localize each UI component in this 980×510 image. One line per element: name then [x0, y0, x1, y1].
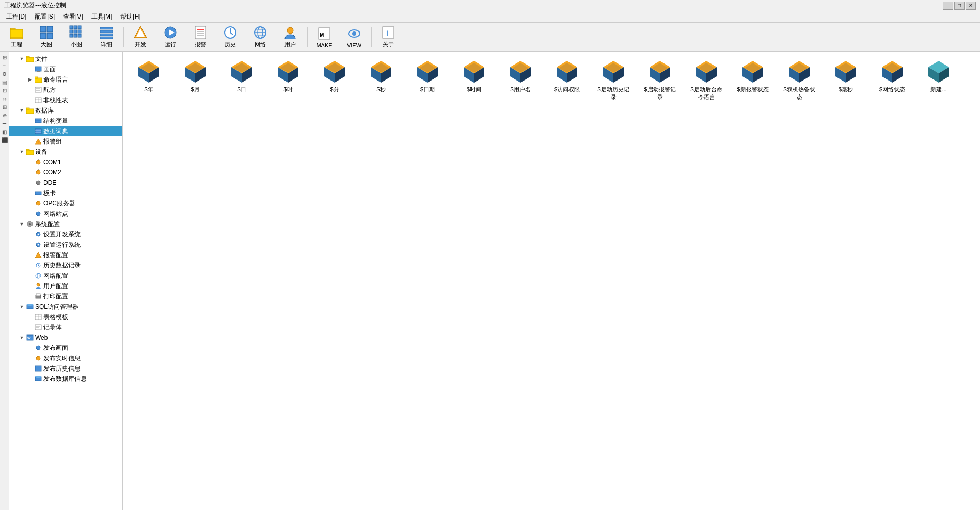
- tree-item-usercfg[interactable]: 用户配置: [9, 281, 122, 291]
- tree-item-com1[interactable]: COM1: [9, 157, 122, 167]
- tree-item-sqlmgr[interactable]: ▼ SQL访问管理器: [9, 301, 122, 312]
- tree-item-card[interactable]: 板卡: [9, 188, 122, 198]
- grid-label-second: $秒: [376, 86, 385, 93]
- tree-item-pubhistory[interactable]: 发布历史信息: [9, 363, 122, 374]
- tree-item-pubrealtime[interactable]: 发布实时信息: [9, 353, 122, 363]
- menu-tools[interactable]: 工具[M]: [87, 11, 117, 22]
- tree-item-alarmgrp[interactable]: ! 报警组: [9, 136, 122, 147]
- svg-point-82: [37, 273, 39, 278]
- sidebar-icon-7[interactable]: ⊞: [1, 103, 8, 110]
- sidebar-icon-2[interactable]: ≡: [1, 62, 8, 69]
- tree-item-com2[interactable]: COM2: [9, 167, 122, 178]
- tree-item-sysconfig[interactable]: ▼ 系统配置: [9, 219, 122, 229]
- tree-item-web[interactable]: ▼ W Web: [9, 332, 122, 343]
- grid-item-millisec[interactable]: $毫秒: [825, 57, 866, 103]
- sidebar-icon-10[interactable]: ◧: [1, 128, 8, 135]
- tree-item-record[interactable]: 记录体: [9, 322, 122, 332]
- toolbar-network[interactable]: 网络: [246, 24, 275, 50]
- sidebar-icon-6[interactable]: ≋: [1, 95, 8, 102]
- tree-label-web: Web: [35, 334, 48, 341]
- sidebar-icon-8[interactable]: ⊕: [1, 111, 8, 119]
- opc-icon: [34, 199, 42, 208]
- grid-item-access[interactable]: $访问权限: [546, 57, 588, 103]
- grid-item-username[interactable]: $用户名: [500, 57, 541, 103]
- toolbar-make[interactable]: M MAKE: [310, 24, 339, 50]
- tree-item-tabletempl[interactable]: 表格模板: [9, 312, 122, 322]
- menu-view[interactable]: 查看[V]: [59, 11, 87, 22]
- tree-label-recipe: 配方: [43, 86, 56, 94]
- tree-item-dde[interactable]: DDE: [9, 178, 122, 188]
- minimize-button[interactable]: —: [943, 2, 953, 10]
- grid-item-histlog[interactable]: $启动历史记录: [593, 57, 634, 103]
- tree-item-root[interactable]: ▼ 文件: [9, 54, 122, 64]
- grid-item-second[interactable]: $秒: [360, 57, 402, 103]
- grid-item-date[interactable]: $日期: [407, 57, 448, 103]
- toolbar-make-label: MAKE: [316, 42, 332, 49]
- tree-item-pubscreen[interactable]: 发布画面: [9, 343, 122, 353]
- sidebar-icon-3[interactable]: ⚙: [1, 70, 8, 77]
- grid-item-time[interactable]: $时间: [453, 57, 495, 103]
- tree-item-netnode[interactable]: 网络站点: [9, 209, 122, 219]
- grid-item-postcmd[interactable]: $启动后台命令语言: [686, 57, 727, 103]
- toolbar-bigview[interactable]: 大图: [32, 24, 61, 50]
- sidebar-icon-1[interactable]: ⊞: [1, 54, 8, 61]
- tree-label-record: 记录体: [43, 323, 62, 332]
- grid-item-day[interactable]: $日: [221, 57, 262, 103]
- svg-rect-18: [100, 34, 113, 36]
- tree-item-printcfg[interactable]: 打印配置: [9, 291, 122, 301]
- close-button[interactable]: ✕: [966, 2, 976, 10]
- tree-item-structvar[interactable]: 结构变量: [9, 116, 122, 126]
- tree-item-pubdb[interactable]: 发布数据库信息: [9, 374, 122, 384]
- toolbar-smallview-label: 小图: [71, 41, 82, 49]
- grid-item-newreport[interactable]: $新报警状态: [732, 57, 773, 103]
- tree-item-screen[interactable]: 画面: [9, 64, 122, 74]
- toolbar-smallview[interactable]: 小图: [62, 24, 91, 50]
- menu-project[interactable]: 工程[D]: [2, 11, 30, 22]
- sidebar-icon-9[interactable]: ☰: [1, 120, 8, 127]
- toolbar-project[interactable]: 工程: [2, 24, 31, 50]
- toolbar-view[interactable]: VIEW: [340, 24, 369, 50]
- pubrealtime-icon: [34, 354, 42, 362]
- sidebar-icon-11[interactable]: ⬛: [1, 136, 8, 144]
- toolbar-run[interactable]: 运行: [156, 24, 185, 50]
- tree-item-recipe[interactable]: 配方: [9, 85, 122, 95]
- svg-point-39: [352, 31, 356, 36]
- tree-item-db[interactable]: ▼ 数据库: [9, 105, 122, 116]
- grid-item-new[interactable]: 新建...: [918, 57, 959, 103]
- sidebar-icon-4[interactable]: ▤: [1, 78, 8, 86]
- toolbar-detail[interactable]: 详细: [92, 24, 121, 50]
- svg-text:W: W: [27, 336, 31, 340]
- tree-item-nonlinear[interactable]: 非线性表: [9, 95, 122, 105]
- grid-item-year[interactable]: $年: [128, 57, 169, 103]
- grid-item-month[interactable]: $月: [175, 57, 216, 103]
- history-icon: [222, 25, 239, 40]
- grid-item-netstatus[interactable]: $网络状态: [872, 57, 913, 103]
- tree-item-alarmcfg[interactable]: 报警配置: [9, 250, 122, 260]
- develop-icon: [132, 25, 149, 40]
- maximize-button[interactable]: □: [954, 2, 965, 10]
- toolbar-about[interactable]: i 关于: [374, 24, 403, 50]
- toolbar-develop[interactable]: 开发: [126, 24, 155, 50]
- toolbar-about-label: 关于: [383, 41, 394, 49]
- grid-item-minute[interactable]: $分: [314, 57, 355, 103]
- tree-label-pubscreen: 发布画面: [43, 344, 68, 353]
- menu-help[interactable]: 帮助[H]: [116, 11, 145, 22]
- tree-item-runcfg[interactable]: 设置运行系统: [9, 240, 122, 250]
- tree-item-netcfg[interactable]: 网络配置: [9, 270, 122, 281]
- tree-item-cmdlang[interactable]: ▶ 命令语言: [9, 74, 122, 85]
- tree-item-opc[interactable]: OPC服务器: [9, 198, 122, 209]
- grid-item-alarmlog[interactable]: $启动报警记录: [639, 57, 681, 103]
- toolbar-report[interactable]: 报警: [186, 24, 215, 50]
- tree-item-histcfg[interactable]: 历史数据记录: [9, 260, 122, 270]
- grid-item-hour[interactable]: $时: [267, 57, 309, 103]
- toolbar-history[interactable]: 历史: [216, 24, 245, 50]
- menu-config[interactable]: 配置[S]: [30, 11, 59, 22]
- tree-item-devcfg[interactable]: 设置开发系统: [9, 229, 122, 240]
- tree-item-device[interactable]: ▼ 设备: [9, 147, 122, 157]
- tree-item-datadict[interactable]: 数据词典: [9, 126, 122, 136]
- pubdb-icon: [34, 375, 42, 383]
- sidebar-icon-5[interactable]: ⊡: [1, 87, 8, 94]
- toolbar-user[interactable]: 用户: [276, 24, 305, 50]
- tree-label-structvar: 结构变量: [43, 117, 68, 125]
- grid-item-dualstate[interactable]: $双机热备状态: [779, 57, 820, 103]
